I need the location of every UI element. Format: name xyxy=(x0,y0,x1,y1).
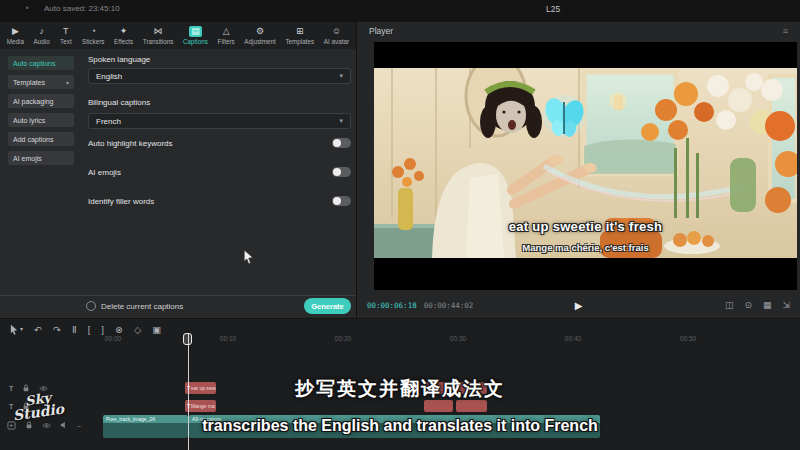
spoken-language-label: Spoken language xyxy=(88,55,150,64)
stickers-icon: ◔ xyxy=(87,26,100,37)
templates-icon: ⊞ xyxy=(293,26,306,37)
redo-icon[interactable]: ↷ xyxy=(53,323,61,336)
sidebar-item-label: Templates xyxy=(13,79,45,86)
current-time: 00:00:06:18 xyxy=(367,301,417,310)
extract-captions-icon[interactable]: ▣ xyxy=(152,323,161,336)
transitions-icon: ⋈ xyxy=(152,26,165,37)
sidebar-item-auto-captions[interactable]: Auto captions xyxy=(8,56,74,70)
media-icon: ▶ xyxy=(9,26,22,37)
tab-label: Templates xyxy=(285,38,314,45)
effects-icon: ✦ xyxy=(117,26,130,37)
tab-label: Audio xyxy=(34,38,50,45)
filler-words-row: Identify filler words xyxy=(88,196,351,206)
filler-words-toggle[interactable] xyxy=(332,196,351,206)
video-preview-stage[interactable]: eat up sweetie it's fresh Mange ma chéri… xyxy=(374,42,797,290)
delete-left-icon[interactable]: [ xyxy=(88,323,91,336)
sidebar-item-label: AI emojis xyxy=(13,155,42,162)
tab-label: Text xyxy=(60,38,72,45)
sidebar-item-label: AI packaging xyxy=(13,98,53,105)
sidebar-item-label: Add captions xyxy=(13,136,53,143)
sidebar-item-templates[interactable]: Templates ▾ xyxy=(8,75,74,89)
bilingual-captions-select[interactable]: French ▾ xyxy=(88,113,351,129)
tab-label: Filters xyxy=(218,38,235,45)
sidebar-item-auto-lyrics[interactable]: Auto lyrics xyxy=(8,113,74,127)
player-controls: 00:00:06:18 00:00:44:02 ▶ ◫ ⊙ ▦ ⇲ xyxy=(357,292,800,318)
fit-icon[interactable]: ⊙ xyxy=(744,300,752,310)
main-toolbar: ▶ Media ♪ Audio T Text ◔ Stickers ✦ Effe… xyxy=(0,22,356,49)
video-caption-english: eat up sweetie it's fresh xyxy=(374,219,797,234)
delete-captions-checkbox[interactable] xyxy=(86,301,96,311)
sidebar-item-ai-emojis[interactable]: AI emojis xyxy=(8,151,74,165)
toggle-knob xyxy=(333,197,341,205)
tab-label: AI avatar xyxy=(324,38,349,45)
tab-label: Effects xyxy=(114,38,133,45)
spoken-language-value: English xyxy=(96,72,122,81)
video-caption-french: Mange ma chérie, c'est frais xyxy=(374,242,797,253)
undo-icon[interactable]: ↶ xyxy=(34,323,42,336)
sidebar-item-label: Auto lyrics xyxy=(13,117,45,124)
auto-highlight-row: Auto highlight keywords xyxy=(88,138,351,148)
project-title: L25 xyxy=(546,4,560,14)
tab-templates[interactable]: ⊞ Templates xyxy=(285,26,314,45)
timeline-toolbar: ▾ ↶ ↷ Ⅱ [ ] ⊗ ◇ ▣ xyxy=(10,323,161,336)
tab-media[interactable]: ▶ Media xyxy=(7,26,24,45)
total-time: 00:00:44:02 xyxy=(424,301,474,310)
tab-ai-avatar[interactable]: ☺ AI avatar xyxy=(324,26,349,45)
auto-highlight-label: Auto highlight keywords xyxy=(88,139,173,148)
tab-captions[interactable]: ▤ Captions xyxy=(183,26,208,45)
tab-adjustment[interactable]: ⚙ Adjustment xyxy=(244,26,276,45)
adjustment-icon: ⚙ xyxy=(254,26,267,37)
tab-transitions[interactable]: ⋈ Transitions xyxy=(143,26,174,45)
ai-emojis-toggle[interactable] xyxy=(332,167,351,177)
tab-effects[interactable]: ✦ Effects xyxy=(114,26,133,45)
toggle-knob xyxy=(333,139,341,147)
captions-icon: ▤ xyxy=(189,26,202,37)
ruler-label: 00:00 xyxy=(99,335,127,342)
split-icon[interactable]: Ⅱ xyxy=(72,323,77,336)
ruler-label: 00:30 xyxy=(444,335,472,342)
tab-text[interactable]: T Text xyxy=(59,26,72,45)
ruler-label: 00:50 xyxy=(674,335,702,342)
mouse-cursor xyxy=(243,249,254,264)
generate-button[interactable]: Generate xyxy=(304,298,351,314)
toggle-knob xyxy=(333,168,341,176)
captions-panel: Auto captions Templates ▾ AI packaging A… xyxy=(0,49,356,318)
tab-stickers[interactable]: ◔ Stickers xyxy=(82,26,104,45)
filters-icon: △ xyxy=(220,26,233,37)
fullscreen-icon[interactable]: ⇲ xyxy=(782,300,790,310)
autosave-status: Auto saved: 23:45:10 xyxy=(44,4,120,13)
player-right-icons: ◫ ⊙ ▦ ⇲ xyxy=(725,300,790,310)
tab-filters[interactable]: △ Filters xyxy=(218,26,235,45)
ai-emojis-row: AI emojis xyxy=(88,167,351,177)
audio-icon: ♪ xyxy=(35,26,48,37)
subtitle-overlay-chinese: 抄写英文并翻译成法文 xyxy=(0,376,800,402)
tab-label: Media xyxy=(7,38,24,45)
caption-clip-text: Mange ma chérie, c'est frais xyxy=(191,403,216,409)
bilingual-captions-label: Bilingual captions xyxy=(88,98,150,107)
quality-icon[interactable]: ▦ xyxy=(763,300,772,310)
player-title: Player xyxy=(369,26,393,36)
pointer-icon xyxy=(10,324,18,335)
auto-highlight-toggle[interactable] xyxy=(332,138,351,148)
ruler-label: 00:40 xyxy=(559,335,587,342)
play-button[interactable]: ▶ xyxy=(575,300,583,311)
spoken-language-select[interactable]: English ▾ xyxy=(88,68,351,84)
tab-audio[interactable]: ♪ Audio xyxy=(34,26,50,45)
sidebar-item-ai-packaging[interactable]: AI packaging xyxy=(8,94,74,108)
text-icon: T xyxy=(59,26,72,37)
player-menu-icon[interactable]: ≡ xyxy=(783,26,788,36)
select-tool[interactable]: ▾ xyxy=(10,323,23,336)
tab-label: Transitions xyxy=(143,38,174,45)
ratio-icon[interactable]: ◫ xyxy=(725,300,734,310)
chevron-down-icon: ▾ xyxy=(339,72,343,80)
ai-emojis-label: AI emojis xyxy=(88,168,121,177)
sidebar-item-add-captions[interactable]: Add captions xyxy=(8,132,74,146)
player-panel: Player ≡ xyxy=(357,22,800,318)
tab-label: Stickers xyxy=(82,38,104,45)
bilingual-captions-value: French xyxy=(96,117,121,126)
app-menu-icon[interactable]: ▪ xyxy=(26,3,29,12)
mask-icon[interactable]: ◇ xyxy=(134,323,141,336)
ai-avatar-icon: ☺ xyxy=(330,26,343,37)
tool-dropdown-icon: ▾ xyxy=(20,323,23,336)
tab-label: Adjustment xyxy=(244,38,276,45)
